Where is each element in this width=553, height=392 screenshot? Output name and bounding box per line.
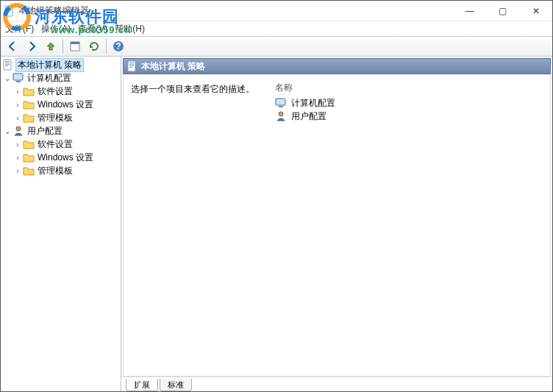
expander-icon[interactable]: › — [13, 101, 23, 109]
tree-uc-software[interactable]: › 软件设置 — [2, 138, 119, 151]
toolbar — [1, 36, 552, 57]
tree-label: Windows 设置 — [36, 152, 95, 164]
tree-computer-config[interactable]: ⌄ 计算机配置 — [2, 71, 119, 85]
folder-icon — [23, 99, 35, 110]
content-header: 本地计算机 策略 — [123, 58, 551, 74]
computer-icon — [275, 97, 287, 109]
list-column: 名称 计算机配置 用户配置 — [271, 76, 550, 376]
tree-label: 用户配置 — [26, 125, 64, 138]
user-icon — [13, 125, 24, 137]
tree-label: 计算机配置 — [26, 72, 73, 85]
app-icon — [4, 5, 15, 17]
window-title: 本地组策略编辑器 — [18, 4, 89, 17]
content-panel: 本地计算机 策略 选择一个项目来查看它的描述。 名称 计算机配置 用户配置 扩展… — [121, 57, 552, 391]
expander-icon[interactable]: › — [13, 88, 23, 96]
folder-icon — [23, 152, 35, 163]
computer-icon — [13, 72, 24, 84]
tree-cc-software[interactable]: › 软件设置 — [2, 85, 119, 98]
expander-icon[interactable]: ⌄ — [2, 127, 13, 135]
tree-user-config[interactable]: ⌄ 用户配置 — [2, 124, 119, 138]
folder-icon — [23, 85, 35, 97]
user-icon — [275, 110, 287, 122]
list-item-label: 计算机配置 — [291, 97, 335, 110]
tree-cc-windows[interactable]: › Windows 设置 — [2, 98, 119, 111]
menu-file[interactable]: 文件(F) — [5, 23, 34, 35]
tree-cc-admin[interactable]: › 管理模板 — [2, 111, 119, 124]
tree-label: 管理模板 — [36, 112, 74, 124]
expander-icon[interactable]: › — [13, 114, 23, 122]
description-prompt: 选择一个项目来查看它的描述。 — [131, 83, 263, 96]
maximize-button[interactable]: ▢ — [486, 1, 519, 21]
list-item-label: 用户配置 — [291, 110, 327, 123]
expander-icon[interactable]: › — [13, 154, 23, 162]
folder-icon — [23, 138, 35, 150]
tree-uc-admin[interactable]: › 管理模板 — [2, 164, 119, 177]
menu-action[interactable]: 操作(A) — [41, 23, 71, 35]
workspace: 本地计算机 策略 ⌄ 计算机配置 › 软件设置 › Windows 设置 › 管… — [1, 57, 552, 391]
description-column: 选择一个项目来查看它的描述。 — [124, 76, 271, 376]
toolbar-properties-button[interactable] — [66, 38, 84, 55]
tree-label: Windows 设置 — [36, 99, 95, 111]
close-button[interactable]: ✕ — [519, 1, 552, 21]
toolbar-refresh-button[interactable] — [85, 38, 103, 55]
minimize-button[interactable]: — — [453, 1, 486, 21]
tree-label: 管理模板 — [36, 165, 74, 177]
tree-label: 软件设置 — [36, 85, 74, 98]
folder-icon — [23, 112, 35, 124]
toolbar-separator — [63, 39, 63, 54]
list-item-user-config[interactable]: 用户配置 — [275, 110, 546, 123]
menu-view[interactable]: 查看(V) — [78, 23, 107, 35]
toolbar-separator — [106, 39, 107, 54]
tree-label: 软件设置 — [36, 138, 74, 151]
window-controls: — ▢ ✕ — [453, 1, 552, 21]
list-header-name[interactable]: 名称 — [275, 80, 546, 96]
tab-standard[interactable]: 标准 — [160, 379, 192, 391]
toolbar-forward-button[interactable] — [23, 38, 40, 55]
policy-icon — [2, 59, 14, 71]
folder-icon — [23, 165, 35, 177]
expander-icon[interactable]: › — [13, 140, 23, 149]
toolbar-back-button[interactable] — [4, 38, 21, 55]
content-tabs: 扩展 标准 — [121, 377, 552, 391]
policy-icon — [126, 60, 138, 72]
tree-panel[interactable]: 本地计算机 策略 ⌄ 计算机配置 › 软件设置 › Windows 设置 › 管… — [1, 57, 121, 391]
toolbar-up-button[interactable] — [42, 38, 60, 55]
content-body: 选择一个项目来查看它的描述。 名称 计算机配置 用户配置 — [123, 76, 551, 377]
menu-bar: 文件(F) 操作(A) 查看(V) 帮助(H) — [1, 21, 552, 36]
toolbar-help-button[interactable] — [110, 38, 127, 55]
tab-extended[interactable]: 扩展 — [126, 379, 158, 391]
title-bar: 本地组策略编辑器 — ▢ ✕ — [1, 1, 552, 21]
menu-help[interactable]: 帮助(H) — [115, 23, 145, 35]
tree-label: 本地计算机 策略 — [15, 58, 84, 72]
expander-icon[interactable]: › — [13, 167, 23, 175]
tree-root[interactable]: 本地计算机 策略 — [2, 58, 119, 71]
expander-icon[interactable]: ⌄ — [2, 74, 13, 82]
content-header-title: 本地计算机 策略 — [141, 60, 205, 73]
tree-uc-windows[interactable]: › Windows 设置 — [2, 151, 119, 164]
list-item-computer-config[interactable]: 计算机配置 — [275, 96, 546, 110]
